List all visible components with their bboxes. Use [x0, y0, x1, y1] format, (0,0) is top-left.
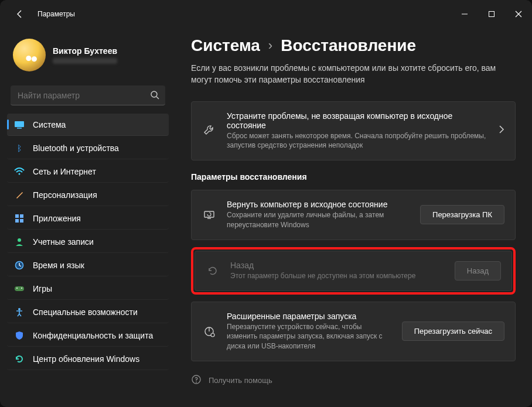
search-box[interactable] [11, 85, 165, 105]
svg-rect-13 [15, 286, 24, 291]
sidebar-item-accessibility[interactable]: Специальные возможности [7, 301, 169, 323]
sidebar-item-label: Игры [33, 284, 52, 293]
sidebar-item-gaming[interactable]: Игры [7, 278, 169, 300]
power-settings-icon [202, 325, 216, 338]
svg-rect-1 [489, 12, 495, 17]
wrench-icon [202, 124, 216, 137]
sidebar-item-network[interactable]: Сеть и Интернет [7, 160, 169, 183]
sidebar-item-time-language[interactable]: Время и язык [7, 254, 169, 276]
sidebar-item-accounts[interactable]: Учетные записи [7, 231, 169, 253]
brush-icon [14, 190, 25, 200]
reset-icon [202, 208, 216, 221]
search-icon [150, 90, 159, 102]
wifi-icon [14, 166, 25, 177]
svg-rect-4 [15, 121, 24, 127]
go-back-title: Назад [230, 261, 444, 270]
sidebar-item-label: Приложения [33, 214, 81, 223]
advanced-startup-card: Расширенные параметры запуска Перезапуст… [191, 302, 516, 361]
svg-rect-8 [20, 214, 23, 218]
gamepad-icon [14, 283, 25, 294]
apps-icon [14, 213, 25, 224]
recovery-options-header: Параметры восстановления [191, 172, 516, 182]
settings-window: Параметры Виктор Бухтеев С [0, 0, 532, 407]
sidebar-item-bluetooth[interactable]: ᛒ Bluetooth и устройства [7, 137, 169, 159]
sidebar-item-personalization[interactable]: Персонализация [7, 184, 169, 206]
minimize-button[interactable] [451, 2, 478, 26]
page-subtitle: Если у вас возникли проблемы с компьютер… [191, 62, 507, 86]
svg-rect-9 [15, 219, 19, 223]
reset-pc-card: Вернуть компьютер в исходное состояние С… [191, 190, 516, 240]
sidebar-item-label: Система [33, 120, 66, 129]
avatar [13, 39, 46, 71]
svg-line-3 [156, 97, 159, 99]
window-controls [451, 2, 532, 26]
advanced-startup-desc: Перезапустите устройство сейчас, чтобы и… [227, 322, 391, 351]
svg-point-15 [21, 288, 22, 289]
troubleshoot-card[interactable]: Устраните проблемы, не возвращая компьют… [191, 101, 516, 161]
person-icon [14, 237, 25, 247]
shield-icon [14, 330, 25, 341]
display-icon [14, 119, 25, 130]
advanced-startup-title: Расширенные параметры запуска [227, 312, 391, 321]
sidebar-item-apps[interactable]: Приложения [7, 207, 169, 230]
help-icon [191, 374, 202, 387]
breadcrumb: Система › Восстановление [191, 36, 516, 55]
chevron-right-icon: › [268, 38, 272, 53]
back-button[interactable] [12, 6, 28, 22]
svg-rect-7 [15, 214, 19, 218]
sidebar-item-label: Время и язык [33, 261, 84, 270]
get-help-link[interactable]: Получить помощь [191, 374, 516, 392]
go-back-card: Назад Этот параметр больше не доступен н… [195, 251, 512, 291]
sidebar-item-label: Конфиденциальность и защита [33, 331, 153, 340]
app-title: Параметры [37, 10, 75, 18]
sidebar-item-label: Учетные записи [33, 237, 94, 247]
svg-point-11 [18, 238, 21, 242]
go-back-desc: Этот параметр больше не доступен на этом… [230, 271, 444, 281]
sidebar-item-label: Сеть и Интернет [33, 167, 96, 176]
svg-rect-10 [20, 219, 23, 223]
troubleshoot-desc: Сброс может занять некоторое время. Снач… [227, 131, 488, 151]
breadcrumb-root[interactable]: Система [191, 36, 260, 55]
sidebar-item-label: Специальные возможности [33, 307, 138, 317]
troubleshoot-title: Устраните проблемы, не возвращая компьют… [227, 111, 488, 130]
page-title: Восстановление [281, 36, 416, 55]
clock-icon [14, 260, 25, 271]
sidebar-item-label: Центр обновления Windows [33, 354, 139, 364]
reset-pc-title: Вернуть компьютер в исходное состояние [227, 200, 410, 209]
get-help-label: Получить помощь [209, 376, 272, 385]
content: Система › Восстановление Если у вас возн… [176, 28, 532, 407]
titlebar: Параметры [0, 0, 532, 28]
chevron-right-icon [499, 125, 504, 136]
sidebar-item-privacy[interactable]: Конфиденциальность и защита [7, 324, 169, 347]
update-icon [14, 354, 25, 364]
svg-point-6 [19, 173, 21, 175]
restart-now-button[interactable]: Перезагрузить сейчас [402, 322, 504, 341]
close-button[interactable] [505, 2, 532, 26]
bluetooth-icon: ᛒ [14, 143, 25, 153]
search-input[interactable] [11, 85, 165, 105]
sidebar-item-system[interactable]: Система [7, 114, 169, 136]
svg-rect-5 [17, 128, 22, 129]
sidebar-item-windows-update[interactable]: Центр обновления Windows [7, 348, 169, 370]
sidebar-item-label: Bluetooth и устройства [33, 143, 119, 153]
reset-pc-desc: Сохраните или удалите личные файлы, а за… [227, 210, 410, 230]
svg-point-2 [151, 91, 157, 97]
reset-pc-button[interactable]: Перезагрузка ПК [420, 205, 504, 224]
accessibility-icon [14, 307, 25, 317]
profile-email-blurred [53, 58, 117, 64]
sidebar-item-label: Персонализация [33, 190, 97, 200]
sidebar: Виктор Бухтеев Система ᛒ Bluetooth и уст… [0, 28, 176, 407]
svg-point-22 [196, 382, 197, 383]
profile-name: Виктор Бухтеев [53, 46, 117, 56]
highlight-goback: Назад Этот параметр больше не доступен н… [191, 247, 516, 295]
svg-point-14 [16, 288, 18, 289]
history-icon [206, 264, 220, 277]
profile[interactable]: Виктор Бухтеев [7, 28, 169, 83]
go-back-button[interactable]: Назад [455, 261, 501, 281]
maximize-button[interactable] [478, 2, 505, 26]
nav: Система ᛒ Bluetooth и устройства Сеть и … [7, 114, 169, 370]
svg-point-16 [18, 308, 21, 310]
